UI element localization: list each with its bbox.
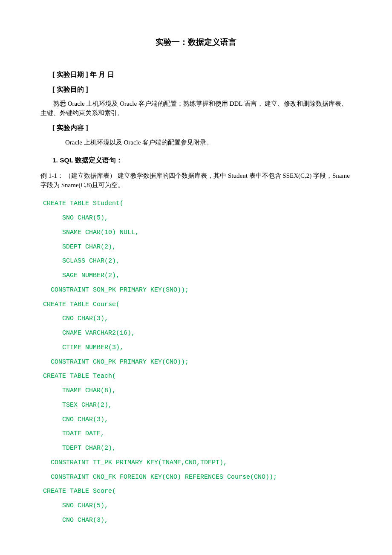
date-label: [ 实验日期 ] [52,71,88,78]
page-title: 实验一：数据定义语言 [40,36,352,48]
document-page: 实验一：数据定义语言 [ 实验日期 ] 年 月 日 [ 实验目的 ] 熟悉 Or… [0,0,392,555]
date-day: 日 [105,71,114,78]
example-1-1-text: 例 1-1： （建立数据库表） 建立教学数据库的四个数据库表，其中 Studen… [40,171,352,190]
date-year: 年 [90,71,97,78]
experiment-content-intro: Oracle 上机环境以及 Oracle 客户端的配置参见附录。 [52,138,352,147]
experiment-purpose-text: 熟悉 Oracle 上机环境及 Oracle 客户端的配置；熟练掌握和使用 DD… [40,99,352,118]
experiment-purpose-label: [ 实验目的 ] [52,84,352,94]
experiment-date-label: [ 实验日期 ] 年 月 日 [52,69,352,79]
sql-code-block: CREATE TABLE Student( SNO CHAR(5), SNAME… [43,197,352,527]
section-1-heading: 1. SQL 数据定义语句： [52,156,352,165]
date-month: 月 [97,71,105,78]
experiment-content-label: [ 实验内容 ] [52,123,352,133]
